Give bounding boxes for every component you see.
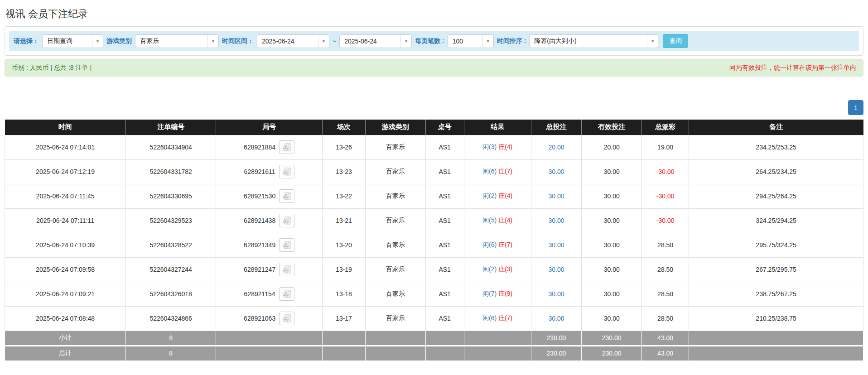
cell-time: 2025-06-24 07:11:11 (5, 208, 126, 233)
cell-round: 628921530 (216, 184, 323, 208)
cell-payout: -30.00 (642, 208, 689, 233)
cell-round: 628921611 (216, 159, 323, 184)
cell-valid-bet: 30.00 (582, 159, 642, 184)
query-type-label: 请选择： (14, 37, 39, 45)
cell-table-no: AS1 (425, 257, 464, 282)
cell-valid-bet: 30.00 (582, 184, 642, 208)
cell-total-bet[interactable]: 30.00 (531, 233, 582, 257)
total-total-bet: 230.00 (531, 346, 582, 361)
cell-payout: 28.50 (642, 257, 689, 282)
cell-total-bet[interactable]: 30.00 (531, 257, 582, 282)
film-reel-icon (282, 192, 291, 200)
result-banker: 庄(7) (498, 314, 512, 322)
cell-bet-id: 522604330695 (126, 184, 216, 208)
cell-result: 闲(6) 庄(7) (464, 306, 531, 331)
cell-total-bet[interactable]: 20.00 (531, 135, 582, 159)
result-player: 闲(6) (482, 241, 497, 248)
subtotal-total-bet: 230.00 (531, 331, 582, 346)
table-row: 2025-06-24 07:09:58 522604327244 6289212… (5, 257, 863, 282)
header-round: 局号 (216, 120, 323, 135)
page-1-button[interactable]: 1 (848, 100, 863, 115)
cell-bet-id: 522604329523 (126, 208, 216, 233)
cell-session: 13-22 (323, 184, 366, 208)
page-size-value: 100 (453, 38, 463, 45)
cell-valid-bet: 30.00 (582, 306, 642, 331)
query-type-select[interactable]: 日期查询 ▼ (42, 34, 103, 48)
cell-session: 13-19 (323, 257, 366, 282)
cell-table-no: AS1 (425, 282, 464, 306)
page-size-select[interactable]: 100 ▼ (448, 34, 494, 48)
sort-order-value: 降幂(由大到小) (534, 37, 576, 45)
cell-valid-bet: 20.00 (582, 135, 642, 159)
cell-session: 13-20 (323, 233, 366, 257)
cell-result: 闲(5) 庄(4) (464, 208, 531, 233)
game-category-label: 游戏类别 (106, 37, 132, 45)
cell-game: 百家乐 (365, 159, 425, 184)
cell-time: 2025-06-24 07:10:39 (5, 233, 126, 257)
header-valid-bet: 有效投注 (582, 120, 642, 135)
table-row: 2025-06-24 07:11:45 522604330695 6289215… (5, 184, 863, 208)
video-replay-button[interactable] (279, 263, 294, 276)
cell-bet-id: 522604334904 (126, 135, 216, 159)
cell-table-no: AS1 (425, 208, 464, 233)
sort-order-select[interactable]: 降幂(由大到小) ▼ (529, 34, 658, 48)
cell-result: 闲(6) 庄(7) (464, 233, 531, 257)
video-replay-button[interactable] (279, 165, 294, 178)
cell-note: 210.25/238.75 (689, 306, 863, 331)
cell-result: 闲(6) 庄(7) (464, 159, 531, 184)
round-number: 628921611 (244, 168, 275, 175)
cell-note: 234.25/253.25 (689, 135, 863, 159)
cell-bet-id: 522604326018 (126, 282, 216, 306)
video-replay-button[interactable] (279, 189, 294, 203)
cell-total-bet[interactable]: 30.00 (531, 208, 582, 233)
film-reel-icon (282, 265, 291, 274)
film-reel-icon (282, 216, 291, 225)
video-replay-button[interactable] (279, 214, 294, 227)
search-button[interactable]: 查询 (663, 34, 688, 48)
date-to-select[interactable]: 2025-06-24 ▼ (339, 34, 412, 48)
result-player: 闲(5) (482, 216, 497, 224)
cell-game: 百家乐 (365, 233, 425, 257)
cell-round: 628921438 (216, 208, 323, 233)
cell-result: 闲(2) 庄(4) (464, 184, 531, 208)
video-replay-button[interactable] (279, 140, 294, 154)
subtotal-valid-bet: 230.00 (582, 331, 642, 346)
header-note: 备注 (689, 120, 863, 135)
film-reel-icon (282, 290, 291, 298)
cell-round: 628921154 (216, 282, 323, 306)
video-replay-button[interactable] (279, 238, 294, 252)
cell-table-no: AS1 (425, 159, 464, 184)
cell-game: 百家乐 (365, 135, 425, 159)
cell-bet-id: 522604324866 (126, 306, 216, 331)
cell-round: 628921063 (216, 306, 323, 331)
result-player: 闲(3) (482, 143, 497, 150)
cell-note: 238.75/267.25 (689, 282, 863, 306)
video-replay-button[interactable] (279, 312, 294, 325)
result-player: 闲(6) (482, 314, 497, 322)
cell-session: 13-17 (323, 306, 366, 331)
cell-table-no: AS1 (425, 306, 464, 331)
cell-total-bet[interactable]: 30.00 (531, 282, 582, 306)
film-reel-icon (282, 143, 291, 151)
cell-total-bet[interactable]: 30.00 (531, 184, 582, 208)
cell-note: 267.25/295.75 (689, 257, 863, 282)
subtotal-row: 小计 8 230.00 230.00 43.00 (5, 331, 863, 346)
cell-time: 2025-06-24 07:09:58 (5, 257, 126, 282)
cell-payout: -30.00 (642, 184, 689, 208)
round-number: 628921884 (244, 144, 275, 151)
video-replay-button[interactable] (279, 287, 294, 301)
date-from-select[interactable]: 2025-06-24 ▼ (257, 34, 329, 48)
bet-records-table: 时间 注单编号 局号 场次 游戏类别 桌号 结果 总投注 有效投注 总派彩 备注… (5, 120, 863, 361)
cell-session: 13-26 (323, 135, 366, 159)
cell-total-bet[interactable]: 30.00 (531, 306, 582, 331)
page: 视讯 会员下注纪录 请选择： 日期查询 ▼ 游戏类别 百家乐 ▼ 时间区间： 2… (0, 7, 868, 361)
total-count: 8 (126, 346, 216, 361)
chevron-down-icon: ▼ (400, 35, 411, 48)
cell-result: 闲(2) 庄(3) (464, 257, 531, 282)
page-title: 视讯 会员下注纪录 (5, 7, 863, 21)
cell-total-bet[interactable]: 30.00 (531, 159, 582, 184)
cell-round: 628921884 (216, 135, 323, 159)
cell-note: 324.25/294.25 (689, 208, 863, 233)
cell-session: 13-18 (323, 282, 366, 306)
game-category-select[interactable]: 百家乐 ▼ (135, 34, 219, 48)
